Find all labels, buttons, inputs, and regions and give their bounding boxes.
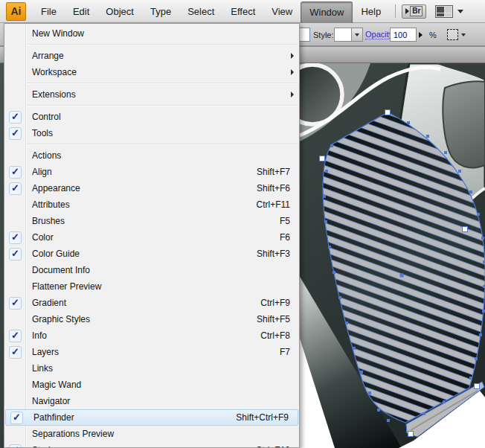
menu-item-shortcut: F6	[280, 232, 290, 243]
menu-item-attributes[interactable]: AttributesCtrl+F11	[4, 196, 299, 213]
chevron-down-icon[interactable]	[352, 28, 363, 42]
menu-item-label: Links	[32, 363, 53, 374]
menu-item-label: Align	[32, 167, 52, 177]
menu-item-label: Layers	[32, 347, 59, 357]
menu-item-shortcut: Ctrl+F10	[256, 445, 290, 448]
menu-item-color[interactable]: ✓ColorF6	[4, 229, 299, 246]
check-icon: ✓	[9, 297, 22, 310]
opacity-spinner-icon[interactable]	[419, 23, 423, 46]
menubar-item-effect[interactable]: Effect	[222, 0, 263, 23]
menu-item-navigator[interactable]: Navigator	[4, 393, 299, 409]
menubar-item-window[interactable]: Window	[301, 1, 353, 23]
menu-item-magic-wand[interactable]: Magic Wand	[4, 377, 299, 393]
menu-item-control[interactable]: ✓Control	[4, 109, 299, 125]
menu-item-label: Graphic Styles	[32, 314, 90, 324]
menu-item-shortcut: F5	[280, 216, 290, 226]
menu-item-label: Control	[32, 112, 61, 122]
menu-item-shortcut: Ctrl+F8	[260, 330, 290, 341]
menubar-item-object[interactable]: Object	[97, 0, 142, 23]
opacity-input[interactable]	[390, 28, 417, 42]
menubar-item-view[interactable]: View	[263, 0, 301, 23]
menu-check-gutter: ✓	[4, 166, 26, 179]
submenu-arrow-icon	[291, 69, 294, 75]
menu-item-label: Workspace	[32, 67, 77, 77]
toolbar-divider	[395, 4, 396, 18]
check-icon: ✓	[10, 412, 23, 424]
menu-item-tools[interactable]: ✓Tools	[4, 125, 299, 141]
menu-item-shortcut: Shift+F3	[257, 249, 290, 259]
style-label: Style:	[313, 23, 334, 46]
menu-item-label: Appearance	[32, 183, 80, 193]
menu-item-stroke[interactable]: ✓StrokeCtrl+F10	[4, 442, 299, 448]
check-icon: ✓	[9, 248, 22, 260]
menu-item-separations-preview[interactable]: Separations Preview	[4, 426, 299, 442]
menu-item-info[interactable]: ✓InfoCtrl+F8	[4, 327, 299, 344]
menu-item-brushes[interactable]: BrushesF5	[4, 213, 299, 229]
check-icon: ✓	[9, 330, 22, 342]
menubar-item-select[interactable]: Select	[179, 0, 222, 23]
workspace-switcher-button[interactable]	[435, 5, 463, 18]
bridge-icon: Br	[410, 6, 423, 16]
menu-item-label: Color	[32, 232, 54, 243]
selection-style-button[interactable]	[447, 23, 466, 46]
menu-bar-items: FileEditObjectTypeSelectEffectViewWindow…	[33, 0, 389, 23]
menu-item-align[interactable]: ✓AlignShift+F7	[4, 164, 299, 180]
opacity-input-wrap	[390, 23, 417, 46]
percent-label: %	[429, 23, 437, 46]
menu-item-extensions[interactable]: Extensions	[4, 86, 299, 103]
window-menu: New WindowArrangeWorkspaceExtensions✓Con…	[4, 23, 300, 448]
menu-item-pathfinder[interactable]: ✓PathfinderShift+Ctrl+F9	[5, 409, 298, 426]
menu-check-gutter: ✓	[4, 111, 26, 124]
menu-item-label: Gradient	[32, 298, 66, 308]
menu-item-label: Info	[32, 330, 47, 341]
menu-separator	[26, 44, 298, 45]
menu-item-actions[interactable]: Actions	[4, 147, 299, 164]
menu-item-shortcut: Ctrl+F9	[260, 298, 290, 308]
menu-item-shortcut: Ctrl+F11	[257, 199, 290, 210]
menu-item-label: Color Guide	[32, 249, 80, 259]
illustrator-app-icon[interactable]: Ai	[6, 2, 26, 21]
check-icon: ✓	[9, 182, 22, 195]
menubar-item-help[interactable]: Help	[353, 0, 389, 23]
menu-item-label: Brushes	[32, 216, 65, 226]
bridge-button[interactable]: Br	[402, 4, 426, 19]
menubar-item-edit[interactable]: Edit	[65, 0, 97, 23]
menu-check-gutter: ✓	[4, 231, 26, 244]
menu-item-graphic-styles[interactable]: Graphic StylesShift+F5	[4, 311, 299, 327]
menu-item-label: Extensions	[32, 89, 76, 100]
menu-separator	[26, 83, 298, 84]
menu-item-color-guide[interactable]: ✓Color GuideShift+F3	[4, 246, 299, 262]
check-icon: ✓	[9, 166, 22, 179]
menu-check-gutter: ✓	[4, 444, 26, 448]
menu-item-links[interactable]: Links	[4, 360, 299, 377]
menubar-item-file[interactable]: File	[33, 0, 65, 23]
check-icon: ✓	[9, 346, 22, 359]
menu-item-flattener-preview[interactable]: Flattener Preview	[4, 278, 299, 295]
submenu-arrow-icon	[291, 53, 294, 59]
style-dropdown[interactable]	[334, 23, 363, 46]
illustrator-window: Style: Opacity: % Ai FileEditObjectTypeS…	[0, 0, 485, 448]
menu-item-document-info[interactable]: Document Info	[4, 262, 299, 278]
menu-item-gradient[interactable]: ✓GradientCtrl+F9	[4, 295, 299, 311]
menu-item-layers[interactable]: ✓LayersF7	[4, 344, 299, 360]
menu-item-shortcut: Shift+F6	[257, 183, 290, 193]
menu-item-label: Tools	[32, 128, 53, 138]
menu-bar: Ai FileEditObjectTypeSelectEffectViewWin…	[0, 0, 485, 23]
menubar-item-type[interactable]: Type	[142, 0, 179, 23]
menu-item-label: Document Info	[32, 265, 90, 275]
menu-item-shortcut: F7	[280, 347, 290, 357]
menu-item-label: Stroke	[32, 445, 58, 448]
menu-item-new-window[interactable]: New Window	[4, 25, 299, 42]
menu-check-gutter: ✓	[4, 297, 26, 310]
check-icon: ✓	[9, 231, 22, 244]
menu-item-appearance[interactable]: ✓AppearanceShift+F6	[4, 180, 299, 196]
arrow-right-icon	[405, 8, 409, 14]
workspace-layout-icon	[435, 5, 453, 18]
menu-item-label: Pathfinder	[33, 412, 74, 423]
menu-item-label: Actions	[32, 150, 61, 161]
menu-item-workspace[interactable]: Workspace	[4, 64, 299, 80]
marquee-icon	[447, 29, 458, 40]
submenu-arrow-icon	[291, 92, 294, 97]
menu-item-shortcut: Shift+Ctrl+F9	[236, 412, 289, 423]
menu-item-arrange[interactable]: Arrange	[4, 48, 299, 64]
